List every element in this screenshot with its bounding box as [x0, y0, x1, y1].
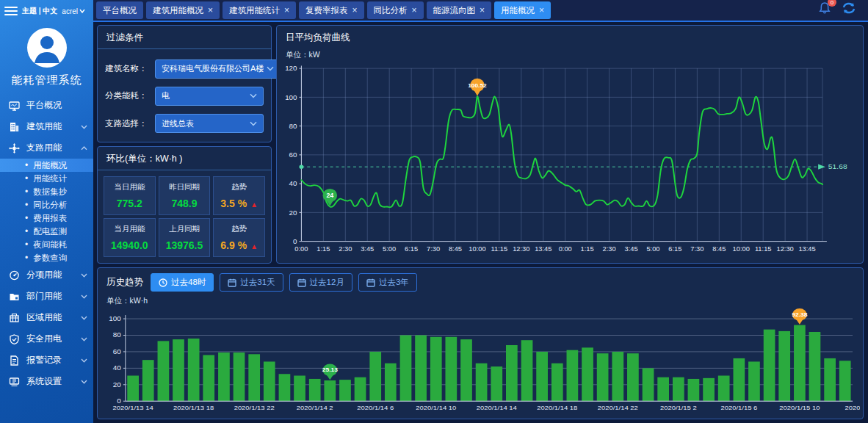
svg-text:120: 120: [285, 65, 297, 73]
svg-text:10:00: 10:00: [469, 246, 485, 253]
tab-close-icon[interactable]: ×: [208, 6, 213, 15]
svg-text:60: 60: [289, 151, 297, 159]
tab-close-icon[interactable]: ×: [284, 6, 289, 15]
stat-cell-1-0: 当月用能14940.0: [104, 218, 156, 257]
notifications-button[interactable]: 0: [818, 1, 831, 18]
sidebar-subitem-label: 数据集抄: [33, 187, 67, 198]
history-bar-chart: 0204060801002020/1/13 142020/1/13 182020…: [98, 306, 863, 419]
calendar-icon: [228, 278, 236, 287]
compass-icon: [9, 270, 20, 281]
select-chevron-icon: [267, 66, 274, 71]
svg-text:40: 40: [289, 180, 297, 188]
tabs-holder: 平台概况建筑用能概况×建筑用能统计×复费率报表×同比分析×能源流向图×用能概况×: [96, 1, 551, 21]
tab-close-icon[interactable]: ×: [539, 6, 544, 15]
theme-language-label[interactable]: 主题 | 中文: [22, 6, 57, 16]
history-buttons: 过去48时过去31天过去12月过去3年: [151, 273, 417, 292]
tab-1[interactable]: 建筑用能概况×: [146, 1, 220, 19]
history-range-label: 过去48时: [171, 277, 206, 288]
svg-text:40: 40: [113, 365, 121, 372]
history-range-button-3[interactable]: 过去3年: [358, 273, 417, 292]
sidebar-subitem-2-2[interactable]: •数据集抄: [0, 185, 93, 198]
svg-text:2:30: 2:30: [603, 246, 616, 253]
sidebar-item-7[interactable]: 报警记录: [0, 350, 93, 371]
chevron-icon: [81, 273, 87, 278]
app-root: 主题 | 中文 acrel 能耗管理系统 平台概况建筑用能支路用能•用能概况•用…: [0, 0, 868, 423]
tab-3[interactable]: 复费率报表×: [299, 1, 364, 19]
filter-field-1: 分类能耗：电: [105, 87, 264, 106]
svg-text:1:15: 1:15: [317, 246, 330, 253]
sidebar-item-0[interactable]: 平台概况: [0, 95, 93, 116]
avatar-wrap: [0, 28, 93, 68]
tab-5[interactable]: 能源流向图×: [427, 1, 492, 19]
tab-2[interactable]: 建筑用能统计×: [223, 1, 296, 19]
tab-label: 平台概况: [103, 5, 137, 16]
sidebar-item-label: 系统设置: [26, 375, 74, 388]
sidebar-item-2[interactable]: 支路用能: [0, 137, 93, 159]
avatar: [27, 28, 67, 68]
tab-0[interactable]: 平台概况: [96, 1, 143, 19]
svg-text:0: 0: [293, 237, 297, 245]
svg-text:12:30: 12:30: [513, 246, 529, 253]
svg-text:0:00: 0:00: [559, 246, 572, 253]
content-area: 过滤条件 建筑名称：安科瑞电气股份有限公司A楼分类能耗：电支路选择：进线总表 环…: [93, 22, 868, 423]
sidebar-item-8[interactable]: 系统设置: [0, 371, 93, 392]
building-name-select[interactable]: 安科瑞电气股份有限公司A楼: [155, 59, 281, 79]
sidebar-subitem-2-5[interactable]: •配电监测: [0, 225, 93, 238]
history-range-button-1[interactable]: 过去31天: [220, 273, 283, 292]
tab-close-icon[interactable]: ×: [352, 6, 358, 15]
ratio-grid: 当日用能775.2昨日同期748.9趋势3.5 %▲当月用能14940.0上月同…: [98, 172, 271, 263]
sidebar-subitem-2-4[interactable]: •费用报表: [0, 212, 93, 225]
sidebar-item-4[interactable]: 部门用能: [0, 286, 93, 307]
sidebar-item-1[interactable]: 建筑用能: [0, 116, 93, 137]
svg-text:2020/1/14 22: 2020/1/14 22: [598, 405, 638, 411]
sidebar-item-6[interactable]: 安全用电: [0, 328, 93, 350]
sidebar-subitem-label: 同比分析: [33, 200, 67, 211]
filter-panel: 过滤条件 建筑名称：安科瑞电气股份有限公司A楼分类能耗：电支路选择：进线总表: [97, 25, 272, 142]
load-curve-title: 日平均负荷曲线: [277, 26, 863, 48]
select-value: 进线总表: [162, 118, 247, 129]
refresh-button[interactable]: [842, 1, 856, 18]
bullet-icon: •: [25, 174, 28, 183]
energy-type-select[interactable]: 电: [155, 87, 264, 106]
history-range-button-0[interactable]: 过去48时: [151, 273, 214, 292]
stat-label: 当月用能: [114, 224, 145, 234]
circuit-select[interactable]: 进线总表: [155, 114, 264, 133]
select-value: 电: [162, 90, 247, 101]
stat-value: 775.2: [117, 198, 142, 209]
sidebar-item-3[interactable]: 分项用能: [0, 264, 93, 286]
sidebar-subitem-label: 夜间能耗: [33, 239, 67, 250]
sidebar-item-label: 安全用电: [26, 333, 74, 345]
select-chevron-icon: [250, 93, 257, 98]
sidebar-item-label: 区域用能: [26, 311, 74, 324]
sidebar-subitem-2-1[interactable]: •用能统计: [0, 172, 93, 185]
tab-6[interactable]: 用能概况×: [494, 1, 551, 19]
chevron-icon: [81, 125, 87, 129]
tab-4[interactable]: 同比分析×: [367, 1, 424, 19]
svg-text:12:30: 12:30: [776, 246, 793, 253]
tab-close-icon[interactable]: ×: [412, 6, 417, 15]
sidebar-item-label: 部门用能: [26, 290, 74, 303]
person-icon: [27, 28, 67, 68]
sidebar: 主题 | 中文 acrel 能耗管理系统 平台概况建筑用能支路用能•用能概况•用…: [0, 0, 93, 423]
filter-field-label: 分类能耗：: [105, 90, 151, 101]
sidebar-subitem-2-3[interactable]: •同比分析: [0, 198, 93, 212]
sidebar-subitem-2-0[interactable]: •用能概况: [0, 159, 93, 172]
stat-cell-1-1: 上月同期13976.5: [159, 218, 211, 257]
sidebar-subitem-label: 用能概况: [33, 160, 67, 171]
user-menu[interactable]: acrel: [62, 7, 85, 15]
svg-text:80: 80: [113, 332, 121, 339]
svg-text:2020/1/14 6: 2020/1/14 6: [357, 405, 394, 411]
svg-text:2020/1/14 14: 2020/1/14 14: [477, 405, 517, 411]
top-row: 过滤条件 建筑名称：安科瑞电气股份有限公司A楼分类能耗：电支路选择：进线总表 环…: [97, 25, 864, 264]
svg-text:2020/1/14 10: 2020/1/14 10: [416, 405, 456, 411]
tab-close-icon[interactable]: ×: [480, 6, 485, 15]
sidebar-subitem-2-7[interactable]: •参数查询: [0, 251, 93, 264]
history-unit-label: 单位：kW·h: [98, 294, 863, 306]
notification-badge: 0: [828, 0, 836, 7]
history-range-button-2[interactable]: 过去12月: [289, 273, 352, 292]
sidebar-item-5[interactable]: 区域用能: [0, 307, 93, 328]
hamburger-menu-icon[interactable]: [4, 4, 18, 18]
bullet-icon: •: [25, 227, 28, 236]
svg-text:2020/1/13 18: 2020/1/13 18: [173, 405, 214, 411]
sidebar-subitem-2-6[interactable]: •夜间能耗: [0, 238, 93, 251]
